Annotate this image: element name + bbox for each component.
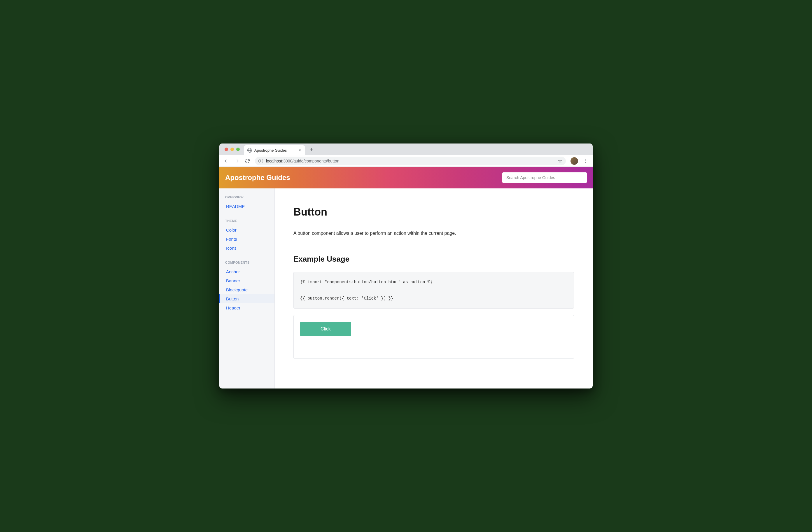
profile-avatar[interactable] xyxy=(570,157,578,165)
reload-button[interactable] xyxy=(243,156,252,166)
forward-button[interactable] xyxy=(232,156,242,166)
main-content: Button A button component allows a user … xyxy=(275,188,593,388)
bookmark-icon[interactable]: ☆ xyxy=(558,158,562,164)
tab-strip: Apostrophe Guides × + xyxy=(219,144,593,155)
page-title: Button xyxy=(293,206,574,218)
code-block: {% import "components:button/button.html… xyxy=(293,272,574,308)
browser-tab[interactable]: Apostrophe Guides × xyxy=(244,145,305,155)
example-click-button[interactable]: Click xyxy=(300,322,351,336)
app-content: OVERVIEW README THEME Color Fonts Icons … xyxy=(219,188,593,388)
minimize-window-icon[interactable] xyxy=(230,147,234,151)
close-window-icon[interactable] xyxy=(224,147,228,151)
sidebar-heading: OVERVIEW xyxy=(219,196,274,199)
back-button[interactable] xyxy=(222,156,231,166)
example-usage-heading: Example Usage xyxy=(293,255,574,264)
browser-toolbar: i localhost:3000/guide/components/button… xyxy=(219,155,593,167)
window-controls xyxy=(222,147,244,151)
address-bar[interactable]: i localhost:3000/guide/components/button… xyxy=(255,157,566,166)
sidebar-item-icons[interactable]: Icons xyxy=(219,244,274,253)
divider xyxy=(293,245,574,245)
browser-window: Apostrophe Guides × + i localhost:3000/g… xyxy=(219,144,593,388)
app: Apostrophe Guides OVERVIEW README THEME … xyxy=(219,167,593,388)
sidebar-item-banner[interactable]: Banner xyxy=(219,276,274,285)
browser-chrome: Apostrophe Guides × + i localhost:3000/g… xyxy=(219,144,593,167)
sidebar-section-theme: THEME Color Fonts Icons xyxy=(219,219,274,253)
site-info-icon[interactable]: i xyxy=(258,159,263,163)
url-port: :3000 xyxy=(282,159,292,163)
close-tab-icon[interactable]: × xyxy=(298,147,302,153)
tab-title: Apostrophe Guides xyxy=(254,148,295,153)
search-input[interactable] xyxy=(502,172,587,183)
sidebar-item-button[interactable]: Button xyxy=(219,294,274,303)
app-header: Apostrophe Guides xyxy=(219,167,593,188)
sidebar-item-fonts[interactable]: Fonts xyxy=(219,234,274,244)
url-host: localhost xyxy=(266,159,282,163)
globe-icon xyxy=(247,148,252,153)
sidebar-item-readme[interactable]: README xyxy=(219,202,274,211)
sidebar-heading: THEME xyxy=(219,219,274,222)
sidebar-item-color[interactable]: Color xyxy=(219,226,274,234)
page-description: A button component allows a user to perf… xyxy=(293,230,574,237)
url-text: localhost:3000/guide/components/button xyxy=(266,159,555,163)
sidebar-item-header[interactable]: Header xyxy=(219,303,274,312)
sidebar-section-components: COMPONENTS Anchor Banner Blockquote Butt… xyxy=(219,261,274,312)
preview-box: Click xyxy=(293,315,574,359)
sidebar-item-blockquote[interactable]: Blockquote xyxy=(219,285,274,294)
sidebar-item-anchor[interactable]: Anchor xyxy=(219,267,274,276)
sidebar-heading: COMPONENTS xyxy=(219,261,274,264)
new-tab-button[interactable]: + xyxy=(307,145,316,154)
maximize-window-icon[interactable] xyxy=(236,147,240,151)
url-path: /guide/components/button xyxy=(292,159,339,163)
app-title: Apostrophe Guides xyxy=(225,174,290,182)
sidebar-section-overview: OVERVIEW README xyxy=(219,196,274,211)
sidebar: OVERVIEW README THEME Color Fonts Icons … xyxy=(219,188,275,388)
browser-menu-icon[interactable] xyxy=(581,159,590,163)
